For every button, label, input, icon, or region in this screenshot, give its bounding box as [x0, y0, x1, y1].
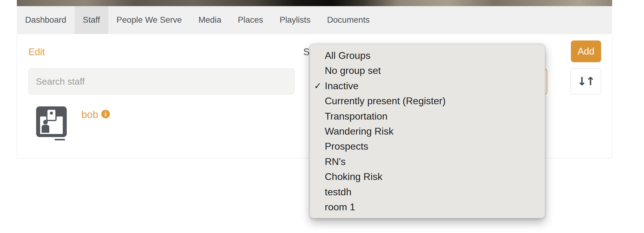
group-option-wandering-risk[interactable]: Wandering Risk [310, 124, 545, 139]
group-filter-label-partial: S [303, 47, 310, 58]
group-option-rns[interactable]: RN's [310, 154, 545, 169]
group-option-testdh[interactable]: testdh [310, 185, 545, 200]
tab-people-we-serve[interactable]: People We Serve [108, 6, 190, 34]
badge-clip [47, 110, 55, 120]
edit-link[interactable]: Edit [28, 47, 45, 58]
group-option-inactive[interactable]: ✓Inactive [310, 78, 545, 94]
staff-name-link[interactable]: bob [81, 109, 98, 120]
tab-dashboard[interactable]: Dashboard [17, 6, 75, 34]
badge-text-line [55, 139, 65, 140]
tab-documents[interactable]: Documents [319, 6, 378, 34]
group-option-currently-present[interactable]: Currently present (Register) [310, 94, 545, 109]
tab-places[interactable]: Places [230, 6, 271, 34]
group-option-transportation[interactable]: Transportation [310, 109, 545, 124]
info-icon[interactable]: i [101, 110, 110, 118]
group-option-all-groups[interactable]: All Groups [310, 48, 545, 63]
group-option-prospects[interactable]: Prospects [310, 139, 545, 154]
badge-text-line [55, 135, 65, 137]
main-nav: Dashboard Staff People We Serve Media Pl… [17, 6, 612, 34]
badge-person-head [43, 120, 48, 124]
group-dropdown-menu: All Groups No group set ✓Inactive Curren… [310, 44, 545, 218]
staff-page: Dashboard Staff People We Serve Media Pl… [0, 0, 644, 233]
group-option-room-1[interactable]: room 1 [310, 200, 545, 215]
tab-playlists[interactable]: Playlists [271, 6, 319, 34]
sort-button[interactable]: ↓↑ [570, 68, 601, 94]
sort-arrows-icon: ↓↑ [577, 76, 594, 87]
add-button[interactable]: Add [571, 40, 601, 62]
info-icon-glyph: i [105, 111, 107, 117]
badge-person-body [42, 125, 49, 133]
header-photo [17, 0, 612, 6]
tab-staff[interactable]: Staff [75, 6, 108, 34]
staff-id-badge-icon[interactable] [36, 106, 67, 137]
badge-clip-hole [50, 112, 53, 115]
search-input[interactable] [28, 68, 294, 94]
group-option-no-group-set[interactable]: No group set [310, 63, 545, 78]
group-option-choking-risk[interactable]: Choking Risk [310, 169, 545, 184]
checkmark-icon: ✓ [314, 78, 321, 94]
header-photo-blur [17, 0, 612, 6]
tab-media[interactable]: Media [190, 6, 230, 34]
